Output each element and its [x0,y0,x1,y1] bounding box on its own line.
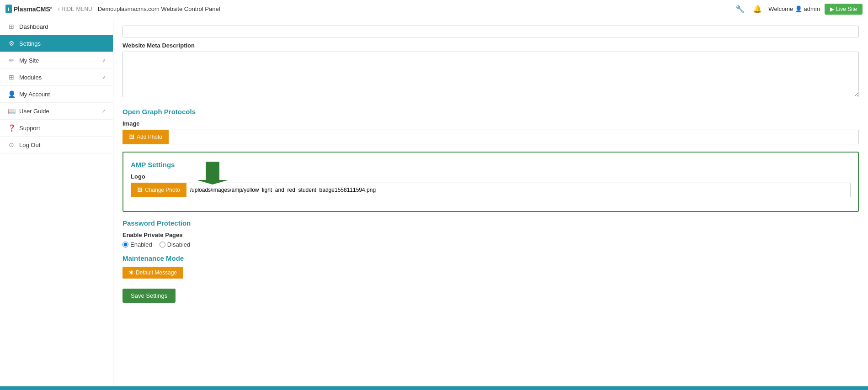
external-link-icon: ↗ [101,108,106,114]
amp-arrow-annotation [183,157,229,186]
default-message-label: Default Message [136,269,177,276]
amp-logo-row: 🖼 Change Photo [131,183,851,197]
disabled-label: Disabled [167,241,191,248]
maintenance-mode-heading: Maintenance Mode [122,254,859,262]
my-account-icon: 👤 [7,90,16,98]
logo-icon: i [5,5,12,13]
meta-title-input[interactable] [122,26,859,37]
meta-description-label: Website Meta Description [122,42,859,49]
logo: i PlasmaCMS² [5,5,52,13]
default-message-button[interactable]: ✱ Default Message [122,267,183,279]
sidebar-item-log-out[interactable]: ⊙ Log Out [0,137,113,153]
modules-icon: ⊞ [7,74,16,81]
log-out-icon: ⊙ [7,141,16,148]
enabled-radio[interactable] [122,242,128,248]
sidebar-item-user-guide[interactable]: 📖 User Guide ↗ [0,103,113,120]
default-message-icon: ✱ [129,269,133,276]
add-photo-icon: 🖼 [129,134,134,140]
amp-logo-input[interactable] [186,183,851,197]
live-site-button[interactable]: ▶ Live Site [825,4,863,15]
open-graph-heading: Open Graph Protocols [122,108,859,116]
header-left: i PlasmaCMS² ‹ HIDE MENU Demo.iplasmacms… [5,5,220,13]
change-photo-icon: 🖼 [137,187,143,193]
add-photo-button[interactable]: 🖼 Add Photo [122,130,169,144]
private-pages-radio-group: Enabled Disabled [122,241,859,248]
logo-text: PlasmaCMS² [14,5,53,13]
live-site-icon: ▶ [830,6,834,12]
sidebar-item-my-site[interactable]: ✏ My Site ∨ [0,52,113,69]
enable-private-pages-label: Enable Private Pages [122,232,859,238]
header-title: Demo.iplasmacms.com Website Control Pane… [98,5,220,12]
support-icon: ❓ [7,124,16,132]
disabled-radio-option[interactable]: Disabled [160,241,191,248]
amp-logo-label: Logo [131,173,851,180]
wrench-icon: 🔧 [735,5,745,13]
svg-marker-0 [197,162,229,184]
admin-name: admin [804,5,820,12]
change-photo-label: Change Photo [145,187,180,193]
wrench-icon-button[interactable]: 🔧 [734,3,746,15]
og-image-label: Image [122,120,859,127]
sidebar-item-my-account[interactable]: 👤 My Account [0,86,113,103]
chevron-down-icon: ∨ [102,58,106,63]
sidebar-item-label: Log Out [19,142,106,148]
header-right: 🔧 🔔 Welcome 👤 admin ▶ Live Site [734,3,863,15]
user-guide-icon: 📖 [7,107,16,115]
header: i PlasmaCMS² ‹ HIDE MENU Demo.iplasmacms… [0,0,868,18]
chevron-down-icon: ∨ [102,74,106,80]
bottom-bar [0,386,868,390]
sidebar-item-label: Dashboard [19,23,106,30]
save-settings-label: Save Settings [131,292,167,299]
save-settings-button[interactable]: Save Settings [122,289,176,303]
amp-section-heading: AMP Settings [131,161,851,169]
bell-icon: 🔔 [753,5,762,13]
sidebar-item-modules[interactable]: ⊞ Modules ∨ [0,69,113,86]
disabled-radio[interactable] [160,242,165,248]
meta-description-textarea[interactable] [122,52,859,97]
sidebar-item-label: Modules [19,74,98,81]
og-image-input[interactable] [169,130,859,144]
sidebar: ⊞ Dashboard ⚙ Settings ✏ My Site ∨ ⊞ Mod… [0,18,113,386]
sidebar-item-support[interactable]: ❓ Support [0,120,113,137]
sidebar-item-label: My Site [19,57,98,64]
sidebar-item-label: Support [19,125,106,132]
main-layout: ⊞ Dashboard ⚙ Settings ✏ My Site ∨ ⊞ Mod… [0,18,868,386]
hide-menu-arrow: ‹ [58,6,59,12]
settings-icon: ⚙ [7,40,16,47]
my-site-icon: ✏ [7,57,16,64]
sidebar-item-settings[interactable]: ⚙ Settings [0,35,113,52]
sidebar-item-label: My Account [19,91,106,98]
enabled-radio-option[interactable]: Enabled [122,241,152,248]
sidebar-item-label: Settings [19,40,106,47]
dashboard-icon: ⊞ [7,23,16,30]
welcome-text: Welcome 👤 admin [768,5,820,12]
avatar: 👤 [795,5,804,12]
og-image-row: 🖼 Add Photo [122,130,859,144]
enabled-label: Enabled [130,241,152,248]
hide-menu-button[interactable]: ‹ HIDE MENU [58,6,92,12]
sidebar-item-label: User Guide [19,108,98,115]
add-photo-label: Add Photo [137,134,162,140]
change-photo-button[interactable]: 🖼 Change Photo [131,183,186,197]
content-area: Website Meta Description Open Graph Prot… [113,18,868,386]
sidebar-item-dashboard[interactable]: ⊞ Dashboard [0,18,113,35]
amp-settings-box: AMP Settings Logo 🖼 Change Photo [122,152,859,212]
password-protection-heading: Password Protection [122,219,859,227]
bell-icon-button[interactable]: 🔔 [751,3,764,15]
hide-menu-label: HIDE MENU [61,6,92,12]
content-inner: Website Meta Description Open Graph Prot… [113,18,868,310]
live-site-label: Live Site [836,6,857,12]
